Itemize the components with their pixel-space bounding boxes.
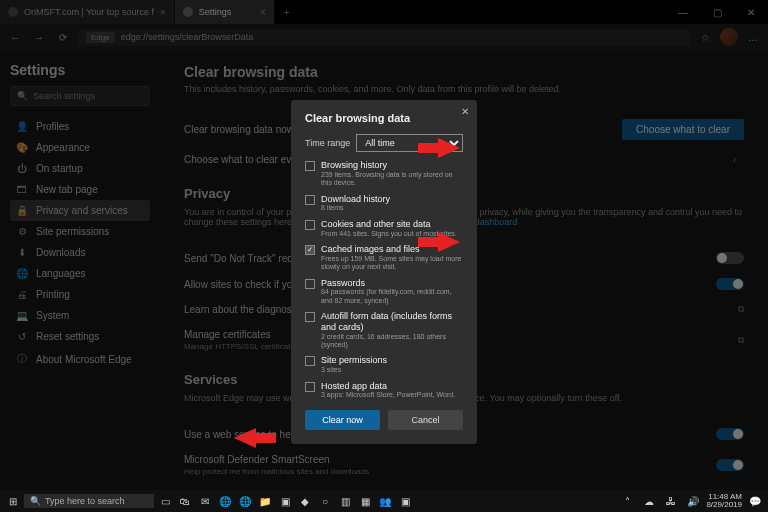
dialog-close-button[interactable]: ✕ bbox=[461, 106, 469, 117]
checkbox[interactable]: ✓ bbox=[305, 245, 315, 255]
option-text: Passwords84 passwords (for fidelity.com,… bbox=[321, 278, 463, 306]
checkbox[interactable] bbox=[305, 195, 315, 205]
search-placeholder: Type here to search bbox=[45, 496, 125, 506]
edge-dev-icon[interactable]: 🌐 bbox=[236, 492, 254, 510]
checkbox[interactable] bbox=[305, 312, 315, 322]
dialog-title: Clear browsing data bbox=[305, 112, 463, 124]
modal-overlay: ✕ Clear browsing data Time range All tim… bbox=[0, 0, 768, 512]
notifications-icon[interactable]: 💬 bbox=[746, 492, 764, 510]
teams-icon[interactable]: 👥 bbox=[376, 492, 394, 510]
option-text: Site permissions3 sites bbox=[321, 355, 387, 374]
option-text: Autofill form data (includes forms and c… bbox=[321, 311, 463, 349]
checkbox[interactable] bbox=[305, 220, 315, 230]
app-icon[interactable]: ▥ bbox=[336, 492, 354, 510]
option-text: Download history8 items bbox=[321, 194, 390, 213]
clear-option[interactable]: Download history8 items bbox=[305, 194, 463, 213]
checkbox[interactable] bbox=[305, 356, 315, 366]
clear-now-button[interactable]: Clear now bbox=[305, 410, 380, 430]
system-tray: ˄ ☁ 🖧 🔊 11:48 AM 8/29/2019 💬 bbox=[618, 492, 764, 510]
mail-icon[interactable]: ✉ bbox=[196, 492, 214, 510]
checkbox[interactable] bbox=[305, 382, 315, 392]
store-icon[interactable]: 🛍 bbox=[176, 492, 194, 510]
clear-option[interactable]: Hosted app data3 apps: Microsoft Store, … bbox=[305, 381, 463, 400]
annotation-arrow-icon bbox=[438, 138, 460, 158]
clear-option[interactable]: Browsing history239 items. Browsing data… bbox=[305, 160, 463, 188]
task-view-icon[interactable]: ▭ bbox=[156, 492, 174, 510]
option-text: Cookies and other site dataFrom 441 site… bbox=[321, 219, 457, 238]
volume-icon[interactable]: 🔊 bbox=[684, 492, 702, 510]
checkbox[interactable] bbox=[305, 161, 315, 171]
start-button[interactable]: ⊞ bbox=[4, 492, 22, 510]
cancel-button[interactable]: Cancel bbox=[388, 410, 463, 430]
taskbar-search[interactable]: 🔍 Type here to search bbox=[24, 494, 154, 508]
chevron-up-icon[interactable]: ˄ bbox=[618, 492, 636, 510]
annotation-arrow-icon bbox=[438, 232, 460, 252]
clear-option[interactable]: Passwords84 passwords (for fidelity.com,… bbox=[305, 278, 463, 306]
option-text: Hosted app data3 apps: Microsoft Store, … bbox=[321, 381, 455, 400]
time-range-label: Time range bbox=[305, 138, 350, 148]
search-icon: 🔍 bbox=[30, 496, 41, 506]
checkbox[interactable] bbox=[305, 279, 315, 289]
app-icon[interactable]: ◆ bbox=[296, 492, 314, 510]
app-icon[interactable]: ▣ bbox=[396, 492, 414, 510]
option-text: Browsing history239 items. Browsing data… bbox=[321, 160, 463, 188]
clock[interactable]: 11:48 AM 8/29/2019 bbox=[706, 493, 742, 509]
onedrive-icon[interactable]: ☁ bbox=[640, 492, 658, 510]
windows-taskbar: ⊞ 🔍 Type here to search ▭ 🛍 ✉ 🌐 🌐 📁 ▣ ◆ … bbox=[0, 490, 768, 512]
app-icon[interactable]: ▦ bbox=[356, 492, 374, 510]
edge-icon[interactable]: 🌐 bbox=[216, 492, 234, 510]
dialog-actions: Clear now Cancel bbox=[305, 410, 463, 430]
clock-date: 8/29/2019 bbox=[706, 501, 742, 509]
clear-option[interactable]: Autofill form data (includes forms and c… bbox=[305, 311, 463, 349]
clear-option[interactable]: Site permissions3 sites bbox=[305, 355, 463, 374]
cortana-icon[interactable]: ○ bbox=[316, 492, 334, 510]
annotation-arrow-icon bbox=[234, 428, 256, 448]
explorer-icon[interactable]: 📁 bbox=[256, 492, 274, 510]
app-icon[interactable]: ▣ bbox=[276, 492, 294, 510]
network-icon[interactable]: 🖧 bbox=[662, 492, 680, 510]
